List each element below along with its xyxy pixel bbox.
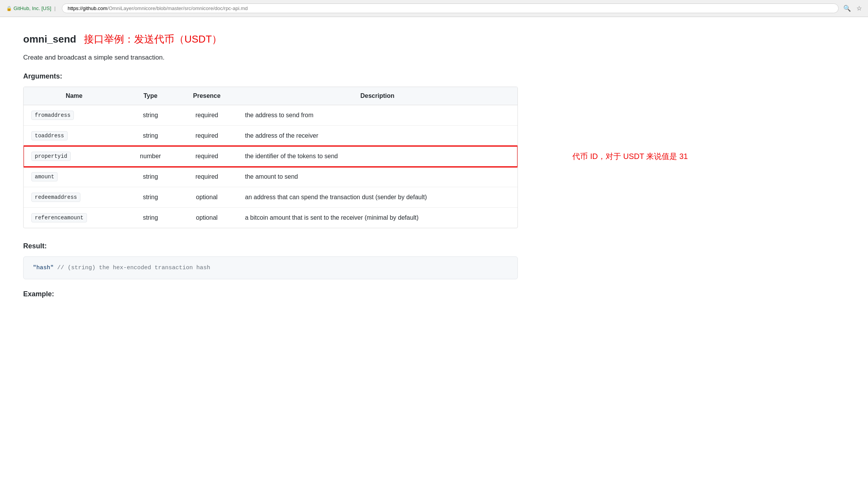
arguments-table-outer: Name Type Presence Description fromaddre…	[23, 87, 518, 228]
cell-name: propertyid	[24, 146, 124, 167]
arguments-table-wrapper: Name Type Presence Description fromaddre…	[23, 87, 518, 228]
cell-name: referenceamount	[24, 208, 124, 228]
security-label: GitHub, Inc. [US]	[14, 5, 51, 11]
param-name-code: amount	[31, 172, 58, 181]
col-name: Name	[24, 87, 124, 105]
page-content: omni_send 接口举例：发送代币（USDT） Create and bro…	[0, 17, 541, 320]
api-subtitle: 接口举例：发送代币（USDT）	[84, 32, 222, 46]
example-section: Example:	[23, 290, 518, 298]
col-description: Description	[237, 87, 517, 105]
api-description: Create and broadcast a simple send trans…	[23, 54, 518, 62]
param-name-code: toaddress	[31, 131, 68, 140]
arguments-section: Arguments: Name Type Presence Descriptio…	[23, 72, 518, 228]
cell-description: the identifier of the tokens to send	[237, 146, 517, 167]
table-header-row: Name Type Presence Description	[24, 87, 517, 105]
cell-presence: required	[176, 126, 237, 146]
cell-presence: required	[176, 146, 237, 167]
cell-description: the amount to send	[237, 167, 517, 187]
col-type: Type	[124, 87, 176, 105]
table-row: amountstringrequiredthe amount to send	[24, 167, 517, 187]
cell-description: an address that can spend the transactio…	[237, 187, 517, 208]
cell-presence: optional	[176, 208, 237, 228]
param-name-code: propertyid	[31, 152, 71, 161]
result-code-string: "hash"	[33, 265, 54, 271]
cell-name: toaddress	[24, 126, 124, 146]
cell-presence: required	[176, 167, 237, 187]
table-row: fromaddressstringrequiredthe address to …	[24, 105, 517, 126]
result-code-comment-text: // (string) the hex-encoded transaction …	[57, 265, 210, 271]
url-domain: https://github.com	[68, 5, 107, 11]
example-heading: Example:	[23, 290, 518, 298]
result-section: Result: "hash" // (string) the hex-encod…	[23, 242, 518, 279]
browser-chrome: 🔒 GitHub, Inc. [US] | https://github.com…	[0, 0, 868, 17]
url-separator: |	[54, 5, 56, 11]
param-name-code: redeemaddress	[31, 193, 80, 202]
search-icon[interactable]: 🔍	[843, 5, 851, 12]
cell-type: string	[124, 126, 176, 146]
table-row: redeemaddressstringoptionalan address th…	[24, 187, 517, 208]
bookmark-icon[interactable]: ☆	[856, 5, 862, 12]
cell-name: fromaddress	[24, 105, 124, 126]
browser-action-icons: 🔍 ☆	[843, 5, 862, 12]
cell-type: string	[124, 167, 176, 187]
param-name-code: fromaddress	[31, 111, 74, 120]
arguments-table: Name Type Presence Description fromaddre…	[24, 87, 517, 228]
cell-type: number	[124, 146, 176, 167]
url-path: /OmniLayer/omnicore/blob/master/src/omni…	[107, 5, 248, 11]
cell-description: the address of the receiver	[237, 126, 517, 146]
cell-name: redeemaddress	[24, 187, 124, 208]
cell-description: a bitcoin amount that is sent to the rec…	[237, 208, 517, 228]
cell-type: string	[124, 208, 176, 228]
security-badge: 🔒 GitHub, Inc. [US] |	[6, 5, 57, 11]
cell-presence: required	[176, 105, 237, 126]
cell-presence: optional	[176, 187, 237, 208]
cell-description: the address to send from	[237, 105, 517, 126]
url-bar[interactable]: https://github.com /OmniLayer/omnicore/b…	[62, 3, 839, 13]
lock-icon: 🔒	[6, 6, 12, 11]
result-heading: Result:	[23, 242, 518, 250]
api-name: omni_send	[23, 33, 76, 45]
table-row: referenceamountstringoptionala bitcoin a…	[24, 208, 517, 228]
propertyid-annotation: 代币 ID，对于 USDT 来说值是 31	[572, 151, 688, 162]
title-row: omni_send 接口举例：发送代币（USDT）	[23, 32, 518, 46]
cell-type: string	[124, 105, 176, 126]
col-presence: Presence	[176, 87, 237, 105]
cell-name: amount	[24, 167, 124, 187]
result-code-block: "hash" // (string) the hex-encoded trans…	[23, 256, 518, 279]
table-row: propertyidnumberrequiredthe identifier o…	[24, 146, 517, 167]
table-row: toaddressstringrequiredthe address of th…	[24, 126, 517, 146]
cell-type: string	[124, 187, 176, 208]
arguments-heading: Arguments:	[23, 72, 518, 80]
param-name-code: referenceamount	[31, 213, 87, 222]
